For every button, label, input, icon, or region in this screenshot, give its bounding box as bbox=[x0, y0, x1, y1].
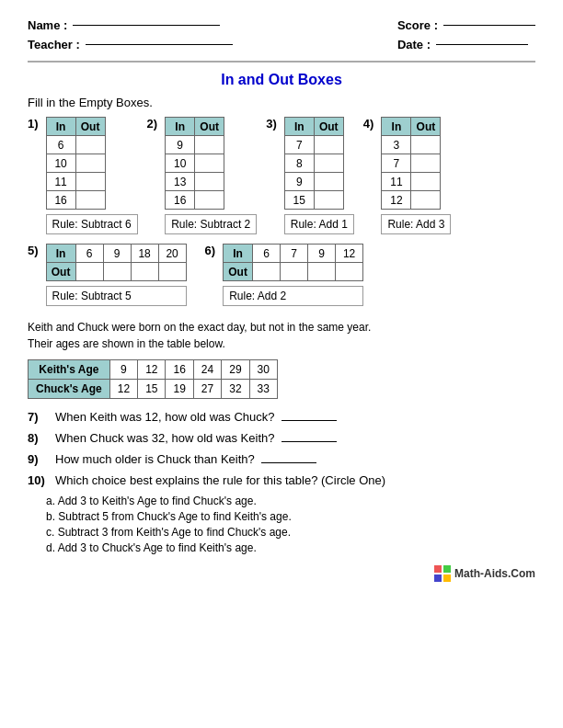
problem-5-number: 5) bbox=[28, 244, 39, 257]
problem-4-rule: Rule: Add 3 bbox=[381, 214, 451, 234]
p2-out-cell[interactable] bbox=[195, 173, 224, 191]
p1-out-cell[interactable] bbox=[75, 173, 105, 191]
p4-out-cell[interactable] bbox=[411, 154, 441, 173]
p3-out-cell[interactable] bbox=[314, 154, 343, 173]
p4-out-cell[interactable] bbox=[411, 173, 441, 191]
p1-out-cell[interactable] bbox=[75, 136, 105, 154]
problem-5: 5) In691820Out Rule: Subtract 5 bbox=[28, 244, 187, 306]
questions-container: 7)When Keith was 12, how old was Chuck? … bbox=[28, 410, 535, 554]
p1-in-cell: 10 bbox=[46, 154, 75, 173]
p2-out-cell[interactable] bbox=[195, 154, 224, 173]
worksheet-header: Name : Teacher : Score : Date : bbox=[28, 18, 535, 51]
p5-out-val-0[interactable] bbox=[75, 263, 103, 281]
chucks-age-3: 27 bbox=[193, 380, 221, 399]
problem-5-table-wrapper: In691820Out Rule: Subtract 5 bbox=[46, 244, 187, 306]
header-right: Score : Date : bbox=[397, 18, 535, 51]
p2-in-cell: 16 bbox=[166, 191, 195, 210]
p3-out-cell[interactable] bbox=[314, 136, 343, 154]
p3-in-cell: 15 bbox=[284, 191, 314, 210]
p5-out-val-3[interactable] bbox=[158, 263, 186, 281]
q10-text: Which choice best explains the rule for … bbox=[55, 473, 385, 487]
p6-out-val-1[interactable] bbox=[281, 263, 308, 281]
problem-4-table-wrapper: In Out 371112 Rule: Add 3 bbox=[381, 117, 451, 234]
q10-choice-3[interactable]: d. Add 3 to Chuck's Age to find Keith's … bbox=[46, 541, 535, 554]
p4-in-cell: 7 bbox=[382, 154, 411, 173]
problem-3-rule: Rule: Add 1 bbox=[284, 214, 354, 234]
p1-out-cell[interactable] bbox=[75, 154, 105, 173]
name-label: Name : bbox=[28, 18, 67, 32]
p2-in-cell: 13 bbox=[166, 173, 195, 191]
p1-in-header: In bbox=[46, 118, 75, 136]
problem-1-table-wrapper: In Out 6101116 Rule: Subtract 6 bbox=[46, 117, 138, 234]
q9-text: How much older is Chuck than Keith? bbox=[55, 452, 258, 466]
problem-6-header: 6) In67912Out Rule: Add 2 bbox=[205, 244, 364, 306]
q10-choices: a. Add 3 to Keith's Age to find Chuck's … bbox=[46, 495, 535, 554]
p1-out-cell[interactable] bbox=[75, 191, 105, 210]
chucks-age-4: 32 bbox=[222, 380, 249, 399]
problem-2-header: 2) In Out 9101316 Rule: Subtract 2 bbox=[147, 117, 258, 234]
date-line[interactable] bbox=[436, 44, 528, 45]
teacher-label: Teacher : bbox=[28, 38, 80, 51]
p2-in-header: In bbox=[166, 118, 195, 136]
brand-sq-1 bbox=[434, 565, 442, 573]
p4-out-cell[interactable] bbox=[411, 136, 441, 154]
problem-4: 4) In Out 371112 Rule: Add 3 bbox=[363, 117, 452, 234]
problem-1-number: 1) bbox=[28, 117, 39, 131]
p6-out-val-0[interactable] bbox=[253, 263, 281, 281]
problem-2-rule: Rule: Subtract 2 bbox=[165, 214, 257, 234]
q10-choice-2[interactable]: c. Subtract 3 from Keith's Age to find C… bbox=[46, 526, 535, 539]
name-field: Name : bbox=[28, 18, 233, 32]
score-line[interactable] bbox=[443, 25, 535, 26]
p4-in-header: In bbox=[382, 118, 411, 136]
keiths-age-header: Keith's Age bbox=[29, 360, 110, 380]
p6-in-val-0: 6 bbox=[253, 245, 281, 263]
instruction: Fill in the Empty Boxes. bbox=[28, 96, 535, 109]
q8-text: When Chuck was 32, how old was Keith? bbox=[55, 431, 278, 445]
chucks-age-2: 19 bbox=[166, 380, 193, 399]
problem-6: 6) In67912Out Rule: Add 2 bbox=[205, 244, 364, 306]
p4-out-header: Out bbox=[411, 118, 441, 136]
p2-out-cell[interactable] bbox=[195, 191, 224, 210]
brand-sq-2 bbox=[443, 565, 451, 573]
problem-5-table: In691820Out bbox=[46, 244, 187, 281]
p3-out-cell[interactable] bbox=[314, 191, 343, 210]
p5-in-val-0: 6 bbox=[75, 245, 103, 263]
teacher-line[interactable] bbox=[86, 44, 233, 45]
problem-3-table-wrapper: In Out 78915 Rule: Add 1 bbox=[284, 117, 354, 234]
p6-in-val-2: 9 bbox=[308, 245, 336, 263]
q8-answer-line[interactable] bbox=[282, 441, 337, 442]
q9-answer-line[interactable] bbox=[261, 462, 316, 463]
p3-out-cell[interactable] bbox=[314, 173, 343, 191]
p5-out-val-2[interactable] bbox=[131, 263, 158, 281]
score-label: Score : bbox=[397, 18, 438, 32]
p2-out-header: Out bbox=[195, 118, 224, 136]
problem-1-table: In Out 6101116 bbox=[46, 117, 106, 210]
problem-5-rule: Rule: Subtract 5 bbox=[46, 286, 187, 306]
question-8: 8)When Chuck was 32, how old was Keith? bbox=[28, 431, 535, 445]
p4-out-cell[interactable] bbox=[411, 191, 441, 210]
q7-answer-line[interactable] bbox=[282, 420, 337, 421]
p6-out-val-2[interactable] bbox=[308, 263, 336, 281]
problem-3-table: In Out 78915 bbox=[284, 117, 344, 210]
p2-out-cell[interactable] bbox=[195, 136, 224, 154]
p5-out-val-1[interactable] bbox=[103, 263, 131, 281]
p3-in-cell: 8 bbox=[284, 154, 314, 173]
name-line[interactable] bbox=[73, 25, 220, 26]
problem-3: 3) In Out 78915 Rule: Add 1 bbox=[266, 117, 354, 234]
q7-text: When Keith was 12, how old was Chuck? bbox=[55, 410, 278, 424]
q9-number: 9) bbox=[28, 452, 55, 466]
question-7: 7)When Keith was 12, how old was Chuck? bbox=[28, 410, 535, 424]
q10-choice-0[interactable]: a. Add 3 to Keith's Age to find Chuck's … bbox=[46, 495, 535, 507]
keiths-age-1: 12 bbox=[138, 360, 166, 380]
teacher-field: Teacher : bbox=[28, 38, 233, 51]
question-10: 10)Which choice best explains the rule f… bbox=[28, 473, 535, 487]
q10-choice-1[interactable]: b. Subtract 5 from Chuck's Age to find K… bbox=[46, 510, 535, 523]
header-divider bbox=[28, 61, 535, 63]
word-problem-text: Keith and Chuck were born on the exact d… bbox=[28, 319, 535, 352]
p4-in-cell: 3 bbox=[382, 136, 411, 154]
p6-out-header: Out bbox=[224, 263, 253, 281]
p6-out-val-3[interactable] bbox=[336, 263, 363, 281]
problem-4-table: In Out 371112 bbox=[381, 117, 441, 210]
problem-6-table: In67912Out bbox=[223, 244, 363, 281]
q7-number: 7) bbox=[28, 410, 55, 424]
